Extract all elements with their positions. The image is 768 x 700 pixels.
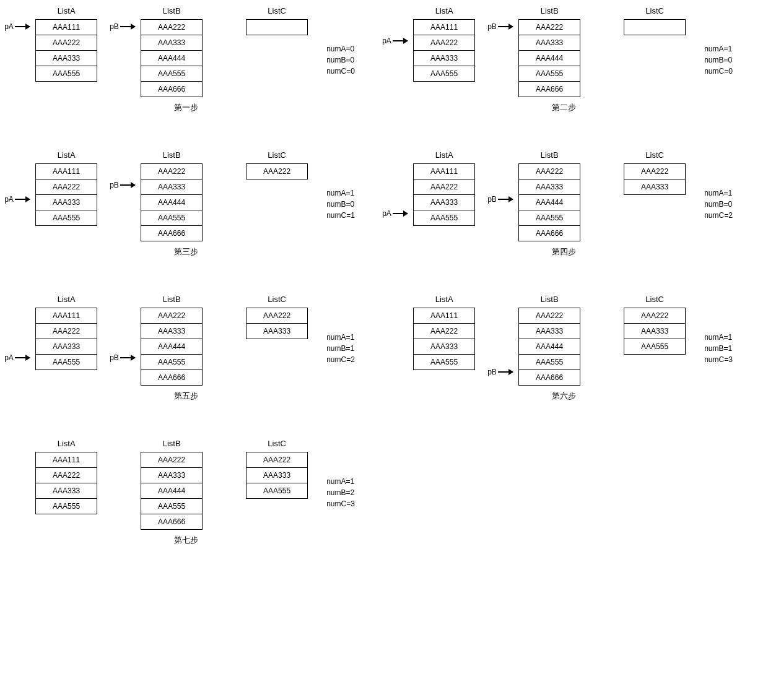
- list-cell-empty: [246, 19, 308, 35]
- list-table: AAA222AAA333AAA444AAA555AAA666: [141, 452, 203, 530]
- list-cell: AAA444: [141, 194, 203, 210]
- list-title: ListC: [645, 295, 664, 304]
- list-block-listC: ListC: [227, 6, 326, 97]
- step-caption: 第五步: [174, 391, 198, 402]
- pointer-pB: pB: [110, 181, 135, 189]
- list-block-listA: ListAAAA111AAA222AAA333AAA555pA: [395, 150, 494, 241]
- counter-numC: numC=3: [704, 354, 733, 365]
- pointer-pB: pB: [487, 368, 513, 376]
- counter-numA: numA=1: [704, 188, 733, 199]
- pointer-pA-label: pA: [4, 353, 14, 362]
- counter-numA: numA=1: [326, 188, 355, 199]
- counter-numA: numA=0: [326, 43, 355, 54]
- pointer-pB: pB: [487, 195, 513, 204]
- counter-numC: numC=0: [326, 66, 355, 77]
- list-cell: AAA222: [35, 35, 97, 51]
- list-block-listA: ListAAAA111AAA222AAA333AAA555: [395, 295, 494, 386]
- arrow-icon: [498, 199, 513, 200]
- list-table: AAA222AAA333: [624, 163, 686, 195]
- list-cell: AAA666: [141, 369, 203, 386]
- list-cell: AAA555: [35, 498, 97, 514]
- step-row: ListAAAA111AAA222AAA333AAA555pAListBAAA2…: [6, 6, 768, 113]
- pointer-pB-label: pB: [110, 353, 119, 362]
- pointer-pB-label: pB: [487, 368, 497, 376]
- list-cell: AAA111: [35, 308, 97, 324]
- list-cell: AAA111: [413, 19, 475, 35]
- list-table: AAA111AAA222AAA333AAA555: [35, 19, 97, 82]
- counter-numA: numA=1: [704, 43, 733, 54]
- step: ListAAAA111AAA222AAA333AAA555ListBAAA222…: [384, 295, 743, 402]
- list-cell: AAA222: [35, 467, 97, 483]
- counter-numC: numC=3: [326, 498, 355, 509]
- counters: numA=1numB=2numC=3: [326, 476, 355, 509]
- counter-numB: numB=0: [326, 199, 355, 210]
- step-body: ListAAAA111AAA222AAA333AAA555pAListBAAA2…: [6, 6, 365, 97]
- list-block-listB: ListBAAA222AAA333AAA444AAA555AAA666pB: [500, 6, 599, 97]
- step-caption: 第一步: [174, 102, 198, 113]
- counter-numB: numB=0: [704, 54, 733, 66]
- list-block-listB: ListBAAA222AAA333AAA444AAA555AAA666pB: [122, 295, 221, 386]
- counters: numA=1numB=1numC=3: [704, 332, 733, 365]
- list-table: AAA111AAA222AAA333AAA555: [413, 19, 475, 82]
- pointer-pA: pA: [382, 209, 408, 218]
- list-cell: AAA333: [35, 50, 97, 66]
- step: ListAAAA111AAA222AAA333AAA555pAListBAAA2…: [6, 6, 365, 113]
- counters: numA=1numB=0numC=2: [704, 188, 733, 221]
- arrow-icon: [393, 213, 408, 214]
- list-cell: AAA111: [35, 452, 97, 468]
- list-cell: AAA555: [624, 339, 686, 355]
- list-cell: AAA222: [413, 179, 475, 195]
- step-body: ListAAAA111AAA222AAA333AAA555ListBAAA222…: [6, 439, 365, 530]
- counter-numB: numB=2: [326, 487, 355, 498]
- list-cell: AAA222: [518, 19, 580, 35]
- pointer-pA-label: pA: [4, 195, 14, 204]
- counters: numA=1numB=1numC=2: [326, 332, 355, 365]
- list-cell: AAA222: [35, 323, 97, 339]
- list-cell: AAA111: [35, 19, 97, 35]
- list-cell: AAA444: [518, 339, 580, 355]
- list-table: AAA111AAA222AAA333AAA555: [413, 163, 475, 226]
- list-block-listC: ListCAAA222AAA333: [605, 150, 704, 241]
- pointer-pB: pB: [487, 22, 513, 31]
- step: ListAAAA111AAA222AAA333AAA555pAListBAAA2…: [6, 295, 365, 402]
- list-cell: AAA555: [35, 66, 97, 82]
- list-title: ListB: [163, 150, 181, 160]
- list-title: ListB: [541, 150, 559, 160]
- list-cell: AAA222: [624, 163, 686, 179]
- step: ListAAAA111AAA222AAA333AAA555pAListBAAA2…: [6, 150, 365, 257]
- list-cell: AAA333: [141, 467, 203, 483]
- counters: numA=0numB=0numC=0: [326, 43, 355, 77]
- counter-numC: numC=1: [326, 210, 355, 221]
- step-body: ListAAAA111AAA222AAA333AAA555pAListBAAA2…: [384, 150, 743, 241]
- list-cell: AAA111: [413, 163, 475, 179]
- list-table: AAA222AAA333AAA444AAA555AAA666: [141, 163, 203, 241]
- list-table: AAA111AAA222AAA333AAA555: [413, 308, 475, 370]
- list-title: ListB: [163, 439, 181, 448]
- list-cell: AAA333: [518, 179, 580, 195]
- list-cell: AAA666: [518, 81, 580, 97]
- list-cell: AAA333: [246, 467, 308, 483]
- list-table: AAA222AAA333AAA444AAA555AAA666: [518, 308, 580, 386]
- pointer-pA-label: pA: [382, 209, 391, 218]
- list-cell: AAA333: [35, 339, 97, 355]
- list-cell: AAA333: [35, 194, 97, 210]
- list-cell: AAA222: [141, 163, 203, 179]
- list-block-listA: ListAAAA111AAA222AAA333AAA555pA: [395, 6, 494, 97]
- pointer-pA: pA: [4, 353, 30, 362]
- list-cell: AAA333: [413, 339, 475, 355]
- step-caption: 第三步: [174, 246, 198, 257]
- counter-numA: numA=1: [326, 476, 355, 487]
- list-cell: AAA222: [246, 452, 308, 468]
- list-title: ListA: [58, 6, 76, 15]
- counter-numB: numB=1: [326, 343, 355, 354]
- step-caption: 第四步: [552, 246, 576, 257]
- pointer-pA: pA: [4, 22, 30, 31]
- list-cell: AAA666: [518, 225, 580, 241]
- pointer-pB-label: pB: [110, 181, 119, 189]
- list-block-listC: ListCAAA222AAA333: [227, 295, 326, 386]
- list-block-listB: ListBAAA222AAA333AAA444AAA555AAA666pB: [500, 295, 599, 386]
- list-table: AAA222AAA333: [246, 308, 308, 339]
- list-cell: AAA333: [413, 50, 475, 66]
- list-table: AAA111AAA222AAA333AAA555: [35, 163, 97, 226]
- list-table: AAA222AAA333AAA444AAA555AAA666: [518, 163, 580, 241]
